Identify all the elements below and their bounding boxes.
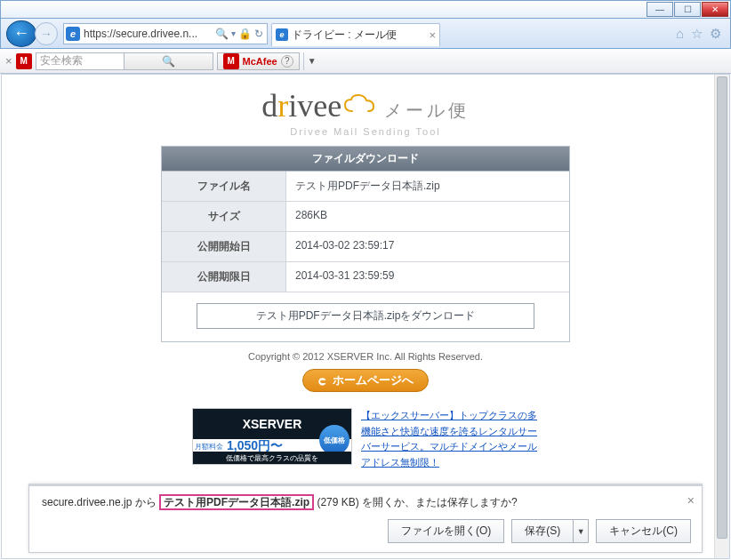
favorites-icon[interactable]: ☆: [691, 26, 703, 42]
download-button[interactable]: テスト用PDFデータ日本語.zipをダウンロード: [197, 303, 534, 329]
url-text: https://secure.drivee.n...: [84, 28, 213, 40]
ad-badge: 低価格: [319, 425, 349, 455]
download-notification-bar: × secure.drivee.ne.jp から テスト用PDFデータ日本語.z…: [28, 484, 703, 553]
row-size: サイズ 286KB: [162, 202, 569, 232]
tab-strip: e ドライビー : メール便 ×: [271, 21, 672, 46]
address-bar[interactable]: e https://secure.drivee.n... 🔍 ▾ 🔒 ↻: [63, 23, 268, 44]
logo-subtitle: メール便: [384, 100, 470, 120]
refresh-icon[interactable]: ↻: [254, 28, 263, 40]
label-end-date: 公開期限日: [162, 262, 286, 292]
forward-button[interactable]: →: [35, 22, 58, 45]
ad-fee-label: 月額料金: [195, 442, 223, 452]
ad-brand: XSERVER: [243, 417, 302, 431]
notify-filename: テスト用PDFデータ日本語.zip: [159, 494, 314, 510]
tab-close-icon[interactable]: ×: [429, 28, 436, 42]
mcafee-logo-icon: M: [223, 53, 239, 69]
ad-link[interactable]: 【エックスサーバー】トップクラスの多機能さと快適な速度を誇るレンタルサーバーサー…: [361, 410, 537, 468]
notify-prefix: secure.drivee.ne.jp から: [42, 496, 159, 508]
search-icon[interactable]: 🔍: [124, 53, 213, 69]
search-dropdown-icon[interactable]: 🔍: [215, 28, 229, 40]
toolbar-close-icon[interactable]: ×: [5, 54, 12, 68]
address-bar-icons: 🔍 ▾ 🔒 ↻: [213, 28, 265, 40]
copyright-text: Copyright © 2012 XSERVER Inc. All Rights…: [2, 351, 729, 362]
mcafee-search-input[interactable]: 安全検索 🔍: [36, 52, 213, 70]
ad-text-link[interactable]: 【エックスサーバー】トップクラスの多機能さと快適な速度を誇るレンタルサーバーサー…: [361, 408, 539, 470]
homepage-button[interactable]: ➲ ホームページへ: [302, 369, 429, 392]
value-size: 286KB: [286, 202, 569, 231]
logo-tagline: Drivee Mail Sending Tool: [2, 126, 729, 137]
lock-icon: 🔒: [238, 28, 252, 40]
help-icon[interactable]: ?: [281, 55, 293, 68]
label-start-date: 公開開始日: [162, 232, 286, 261]
panel-title: ファイルダウンロード: [162, 147, 569, 172]
back-arrow-icon: ➲: [317, 374, 327, 388]
mcafee-shield-icon: M: [16, 53, 32, 69]
cancel-button[interactable]: キャンセル(C): [596, 519, 691, 543]
ad-row: XSERVER 月額料金 1,050円〜 低価格 低価格で最高クラスの品質を 【…: [2, 408, 729, 470]
save-button[interactable]: 保存(S): [511, 519, 573, 543]
tab-favicon-icon: e: [276, 28, 288, 41]
page-content: drivee メール便 Drivee Mail Sending Tool ファイ…: [2, 75, 729, 470]
row-start: 公開開始日 2014-03-02 23:59:17: [162, 232, 569, 262]
search-placeholder: 安全検索: [36, 53, 125, 68]
notification-message: secure.drivee.ne.jp から テスト用PDFデータ日本語.zip…: [42, 495, 691, 510]
cloud-icon: [343, 87, 375, 110]
download-panel: ファイルダウンロード ファイル名 テスト用PDFデータ日本語.zip サイズ 2…: [161, 146, 570, 342]
save-dropdown-icon[interactable]: ▼: [573, 519, 589, 543]
tab-title: ドライビー : メール便: [292, 28, 425, 43]
browser-nav-bar: ← → e https://secure.drivee.n... 🔍 ▾ 🔒 ↻…: [0, 19, 731, 49]
row-end: 公開期限日 2014-03-31 23:59:59: [162, 262, 569, 292]
open-file-button[interactable]: ファイルを開く(O): [388, 519, 504, 543]
row-filename: ファイル名 テスト用PDFデータ日本語.zip: [162, 172, 569, 202]
label-size: サイズ: [162, 202, 286, 231]
notify-suffix: (279 KB) を開くか、または保存しますか?: [314, 496, 518, 508]
home-icon[interactable]: ⌂: [676, 26, 684, 42]
back-button[interactable]: ←: [6, 20, 36, 47]
save-split-button[interactable]: 保存(S) ▼: [511, 519, 589, 543]
window-titlebar: — ☐ ✕: [0, 0, 731, 19]
value-filename: テスト用PDFデータ日本語.zip: [286, 172, 569, 201]
value-start-date: 2014-03-02 23:59:17: [286, 232, 569, 261]
xserver-ad-banner[interactable]: XSERVER 月額料金 1,050円〜 低価格 低価格で最高クラスの品質を: [192, 408, 352, 465]
mcafee-brand-button[interactable]: M McAfee ?: [217, 52, 300, 70]
download-button-wrap: テスト用PDFデータ日本語.zipをダウンロード: [162, 292, 569, 341]
label-filename: ファイル名: [162, 172, 286, 201]
toolbar-dropdown-icon[interactable]: ▼: [308, 56, 317, 66]
drivee-logo: drivee: [261, 87, 375, 124]
notification-buttons: ファイルを開く(O) 保存(S) ▼ キャンセル(C): [42, 519, 691, 543]
mcafee-brand-label: McAfee: [243, 56, 277, 67]
settings-gear-icon[interactable]: ⚙: [710, 26, 721, 42]
mcafee-toolbar: × M 安全検索 🔍 M McAfee ? ▼: [0, 49, 731, 74]
browser-tools: ⌂ ☆ ⚙: [672, 26, 725, 42]
minimize-button[interactable]: —: [647, 2, 673, 17]
scrollbar-thumb[interactable]: [717, 76, 727, 539]
page-viewport: drivee メール便 Drivee Mail Sending Tool ファイ…: [1, 74, 730, 559]
value-end-date: 2014-03-31 23:59:59: [286, 262, 569, 292]
toolbar-separator: [303, 52, 304, 70]
homepage-button-label: ホームページへ: [333, 372, 414, 388]
ie-favicon-icon: e: [66, 27, 80, 41]
maximize-button[interactable]: ☐: [674, 2, 701, 17]
ad-tagline: 低価格で最高クラスの品質を: [193, 452, 351, 464]
close-window-button[interactable]: ✕: [702, 2, 728, 17]
browser-tab[interactable]: e ドライビー : メール便 ×: [271, 23, 440, 46]
logo-area: drivee メール便 Drivee Mail Sending Tool: [2, 87, 729, 137]
notification-close-icon[interactable]: ×: [687, 493, 695, 508]
scrollbar-track[interactable]: [714, 75, 729, 558]
